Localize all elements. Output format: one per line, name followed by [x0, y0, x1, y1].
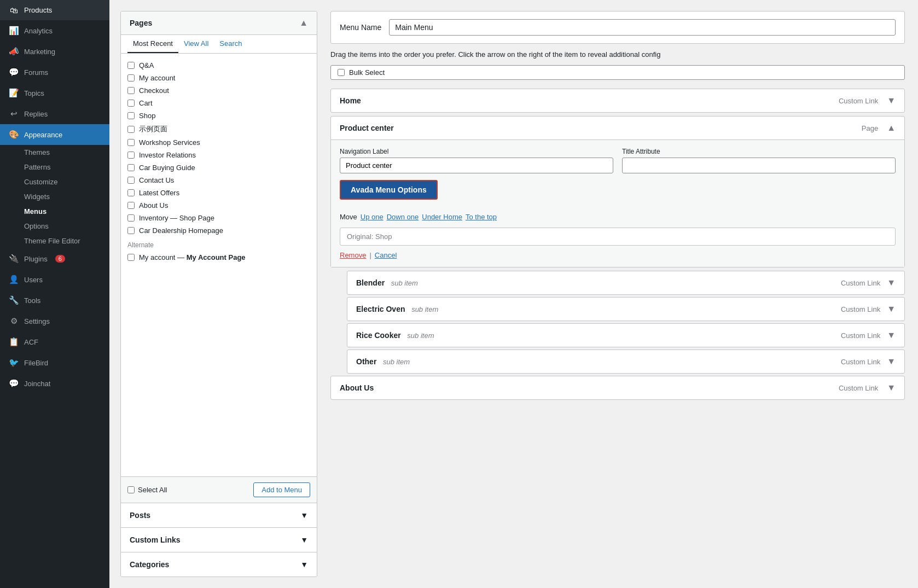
- title-attr-input[interactable]: [622, 158, 896, 173]
- move-up-one-link[interactable]: Up one: [361, 213, 384, 221]
- page-checkbox-investor[interactable]: [127, 152, 135, 159]
- move-to-top-link[interactable]: To the top: [466, 213, 497, 221]
- sidebar-item-topics[interactable]: 📝 Topics: [0, 83, 109, 103]
- page-label: About Us: [139, 201, 168, 209]
- page-checkbox-my-account-alt[interactable]: [127, 254, 135, 261]
- tab-search[interactable]: Search: [214, 35, 247, 53]
- pages-panel-title: Pages: [130, 19, 152, 27]
- chevron-down-icon: ▼: [300, 535, 308, 544]
- page-checkbox-about[interactable]: [127, 202, 135, 209]
- sidebar-item-marketing[interactable]: 📣 Marketing: [0, 41, 109, 62]
- sidebar-item-patterns[interactable]: Patterns: [9, 160, 109, 174]
- filebird-icon: 🐦: [9, 358, 19, 368]
- list-item: Shop: [127, 109, 310, 122]
- page-checkbox-car-buying[interactable]: [127, 164, 135, 171]
- chevron-down-icon[interactable]: ▼: [887, 330, 896, 340]
- menu-item-home-header[interactable]: Home Custom Link ▼: [331, 89, 904, 112]
- menu-item-product-center-header[interactable]: Product center Page ▲: [331, 117, 904, 139]
- accordion-categories-header[interactable]: Categories ▼: [121, 552, 317, 577]
- page-label: Checkout: [139, 86, 169, 95]
- list-item: Car Dealership Homepage: [127, 224, 310, 237]
- sidebar-item-themes[interactable]: Themes: [9, 145, 109, 160]
- sidebar-item-customize[interactable]: Customize: [9, 174, 109, 189]
- action-row: Remove | Cancel: [340, 251, 896, 259]
- menu-item-about-us-title: About Us: [340, 383, 374, 392]
- nav-label-input[interactable]: [340, 158, 613, 173]
- page-checkbox-contact[interactable]: [127, 177, 135, 184]
- sidebar-item-options[interactable]: Options: [9, 219, 109, 234]
- remove-link[interactable]: Remove: [340, 251, 366, 259]
- pages-panel-toggle[interactable]: ▲: [299, 18, 308, 28]
- sidebar-item-theme-file-editor[interactable]: Theme File Editor: [9, 234, 109, 248]
- menu-item-about-us-type: Custom Link: [839, 384, 878, 392]
- alternate-label: Alternate: [127, 241, 310, 249]
- page-label: Workshop Services: [139, 138, 200, 147]
- page-checkbox-offers[interactable]: [127, 189, 135, 196]
- chevron-down-icon[interactable]: ▼: [887, 96, 896, 106]
- instruction-text: Drag the items into the order you prefer…: [330, 50, 905, 59]
- sub-item-rice-cooker-label: sub item: [407, 331, 434, 340]
- page-checkbox-qa[interactable]: [127, 62, 135, 69]
- sidebar-item-acf[interactable]: 📋 ACF: [0, 331, 109, 352]
- sidebar-item-users[interactable]: 👤 Users: [0, 269, 109, 290]
- add-to-menu-button[interactable]: Add to Menu: [253, 482, 310, 497]
- list-item: Workshop Services: [127, 136, 310, 149]
- select-all-checkbox[interactable]: [127, 486, 135, 493]
- sidebar-item-widgets[interactable]: Widgets: [9, 189, 109, 204]
- original-row: Original: Shop: [340, 228, 896, 246]
- topics-icon: 📝: [9, 88, 19, 98]
- page-checkbox-chinese[interactable]: [127, 126, 135, 133]
- chevron-down-icon[interactable]: ▼: [887, 357, 896, 366]
- page-label: Latest Offers: [139, 189, 179, 197]
- analytics-icon: 📊: [9, 26, 19, 36]
- chevron-up-icon[interactable]: ▲: [887, 123, 896, 133]
- sidebar-item-replies[interactable]: ↩ Replies: [0, 103, 109, 124]
- page-checkbox-checkout[interactable]: [127, 87, 135, 94]
- move-row: Move Up one Down one Under Home To the t…: [340, 213, 896, 221]
- bulk-select-button[interactable]: Bulk Select: [330, 65, 905, 80]
- menu-item-about-us-header[interactable]: About Us Custom Link ▼: [331, 376, 904, 399]
- accordion-custom-links-header[interactable]: Custom Links ▼: [121, 528, 317, 552]
- menu-name-input[interactable]: [389, 19, 896, 36]
- sidebar-item-filebird[interactable]: 🐦 FileBird: [0, 352, 109, 373]
- page-checkbox-cart[interactable]: [127, 100, 135, 107]
- sub-item-electric-oven-header[interactable]: Electric Oven sub item Custom Link ▼: [347, 298, 904, 321]
- page-checkbox-inventory[interactable]: [127, 214, 135, 222]
- sub-item-blender-header[interactable]: Blender sub item Custom Link ▼: [347, 271, 904, 294]
- cancel-link[interactable]: Cancel: [375, 251, 397, 259]
- tab-most-recent[interactable]: Most Recent: [127, 35, 178, 53]
- sidebar-item-analytics[interactable]: 📊 Analytics: [0, 20, 109, 41]
- sub-item-rice-cooker-type: Custom Link: [841, 331, 880, 340]
- menu-item-product-center: Product center Page ▲ Navigation Label T…: [330, 116, 905, 267]
- menu-editor: Menu Name Drag the items into the order …: [317, 0, 918, 588]
- menu-item-home-title: Home: [340, 96, 361, 105]
- list-item: About Us: [127, 199, 310, 212]
- sidebar-item-appearance[interactable]: 🎨 Appearance: [0, 124, 109, 145]
- sidebar-item-menus[interactable]: Menus: [9, 204, 109, 219]
- page-checkbox-workshop[interactable]: [127, 139, 135, 146]
- sub-item-rice-cooker-header[interactable]: Rice Cooker sub item Custom Link ▼: [347, 324, 904, 347]
- tab-view-all[interactable]: View All: [178, 35, 214, 53]
- list-item: My account — My Account Page: [127, 251, 310, 264]
- move-down-one-link[interactable]: Down one: [387, 213, 419, 221]
- chevron-down-icon[interactable]: ▼: [887, 383, 896, 393]
- chevron-down-icon[interactable]: ▼: [887, 278, 896, 288]
- bulk-select-checkbox[interactable]: [338, 69, 345, 76]
- sidebar-item-settings[interactable]: ⚙ Settings: [0, 311, 109, 331]
- page-checkbox-dealership[interactable]: [127, 227, 135, 234]
- sidebar-item-forums[interactable]: 💬 Forums: [0, 62, 109, 83]
- menu-item-product-center-title: Product center: [340, 124, 394, 132]
- chevron-down-icon[interactable]: ▼: [887, 304, 896, 314]
- page-checkbox-shop[interactable]: [127, 112, 135, 119]
- move-under-home-link[interactable]: Under Home: [422, 213, 462, 221]
- pages-panel: Pages ▲ Most Recent View All Search Q&A …: [120, 11, 317, 577]
- sidebar-item-plugins[interactable]: 🔌 Plugins 6: [0, 248, 109, 269]
- select-all-label[interactable]: Select All: [127, 486, 167, 494]
- accordion-posts-header[interactable]: Posts ▼: [121, 503, 317, 527]
- sidebar-item-products[interactable]: 🛍 Products: [0, 0, 109, 20]
- avada-menu-options-button[interactable]: Avada Menu Options: [340, 180, 438, 200]
- sidebar-item-tools[interactable]: 🔧 Tools: [0, 290, 109, 311]
- sidebar-item-joinchat[interactable]: 💬 Joinchat: [0, 373, 109, 394]
- sub-item-other-header[interactable]: Other sub item Custom Link ▼: [347, 350, 904, 373]
- page-checkbox-my-account[interactable]: [127, 74, 135, 81]
